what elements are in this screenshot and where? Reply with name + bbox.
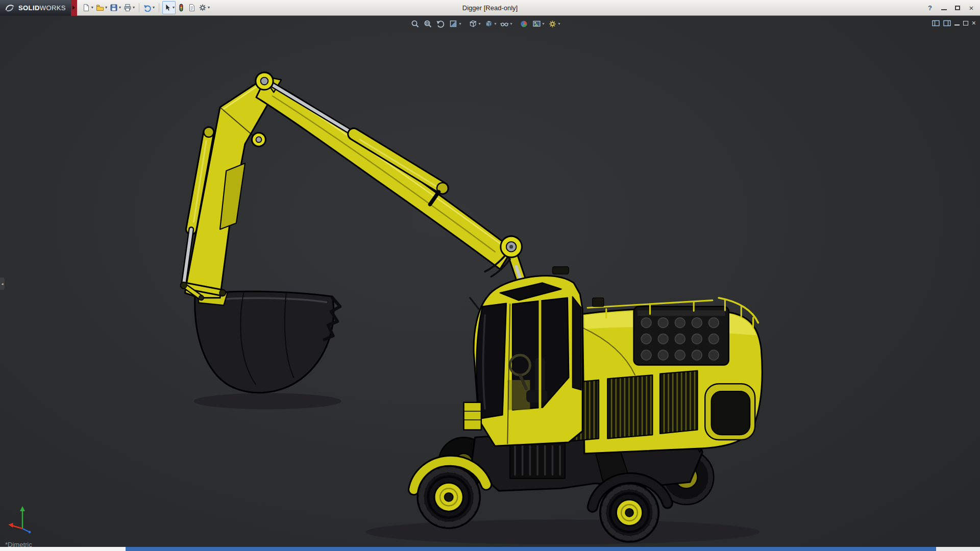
maximize-icon bbox=[955, 6, 960, 10]
wheel-front-right[interactable] bbox=[600, 483, 659, 542]
dropdown-caret[interactable]: ▾ bbox=[543, 22, 545, 26]
apply-scene-icon bbox=[532, 19, 542, 29]
section-view-icon bbox=[449, 19, 458, 29]
undo-icon bbox=[143, 4, 152, 12]
dropdown-caret[interactable]: ▾ bbox=[208, 6, 210, 10]
new-document-button[interactable]: ▾ bbox=[81, 1, 94, 14]
undo-button[interactable]: ▾ bbox=[142, 1, 156, 14]
brand-light: WORKS bbox=[40, 4, 66, 12]
document-restore-button[interactable] bbox=[963, 19, 968, 27]
new-document-icon bbox=[82, 4, 90, 12]
file-properties-button[interactable] bbox=[187, 1, 197, 14]
engine-housing[interactable] bbox=[557, 298, 762, 454]
section-view-button[interactable]: ▾ bbox=[447, 18, 462, 30]
cab-step bbox=[464, 403, 481, 430]
status-segment bbox=[0, 547, 126, 551]
print-icon bbox=[124, 4, 132, 12]
toolbar-separator bbox=[139, 3, 139, 12]
window-controls: ? × bbox=[924, 2, 980, 13]
save-icon bbox=[110, 4, 118, 12]
hide-show-items-button[interactable]: ▾ bbox=[499, 18, 514, 30]
print-button[interactable]: ▾ bbox=[122, 1, 136, 14]
minimize-button[interactable] bbox=[938, 2, 950, 13]
mirror-arm bbox=[470, 298, 479, 309]
dropdown-caret[interactable]: ▾ bbox=[119, 6, 121, 10]
previous-view-button[interactable] bbox=[434, 18, 447, 30]
main-boom[interactable] bbox=[256, 79, 512, 269]
hide-show-items-icon bbox=[500, 19, 509, 29]
rebuild-button[interactable] bbox=[176, 1, 186, 14]
dropdown-caret[interactable]: ▾ bbox=[133, 6, 135, 10]
display-style-button[interactable]: ▾ bbox=[483, 18, 498, 30]
edit-appearance-button[interactable] bbox=[518, 18, 530, 30]
pane-right-button[interactable] bbox=[943, 19, 951, 27]
view-orientation-button[interactable]: ▾ bbox=[467, 18, 482, 30]
model-canvas[interactable] bbox=[0, 16, 980, 547]
title-bar: SOLIDWORKS ▾ ▾ ▾ bbox=[0, 0, 980, 16]
triad-x-axis bbox=[12, 525, 22, 529]
zoom-to-fit-icon bbox=[410, 19, 420, 29]
side-vent bbox=[660, 371, 697, 434]
windshield bbox=[476, 304, 506, 419]
options-icon bbox=[199, 4, 207, 12]
dropdown-caret[interactable]: ▾ bbox=[153, 6, 155, 10]
previous-view-icon bbox=[436, 19, 445, 29]
dropdown-caret[interactable]: ▾ bbox=[510, 22, 512, 26]
document-window-controls: × bbox=[932, 19, 976, 27]
dropdown-caret[interactable]: ▾ bbox=[91, 6, 93, 10]
minimize-icon bbox=[941, 9, 947, 10]
close-button[interactable]: × bbox=[965, 2, 977, 13]
heads-up-toolbar: ▾ ▾ ▾ ▾ bbox=[409, 18, 561, 30]
select-button[interactable]: ▾ bbox=[162, 1, 176, 14]
apply-scene-button[interactable]: ▾ bbox=[531, 18, 546, 30]
view-settings-icon bbox=[548, 19, 557, 29]
engine-grille bbox=[634, 307, 729, 365]
rear-window bbox=[573, 296, 581, 390]
dropdown-caret[interactable]: ▾ bbox=[459, 22, 461, 26]
restore-icon bbox=[963, 21, 968, 26]
zoom-to-fit-button[interactable] bbox=[409, 18, 421, 30]
open-button[interactable]: ▾ bbox=[95, 1, 108, 14]
open-icon bbox=[96, 4, 104, 12]
pane-right-icon bbox=[943, 20, 951, 27]
solidworks-logo: SOLIDWORKS bbox=[0, 0, 71, 16]
wheel-front-left[interactable] bbox=[418, 466, 480, 528]
excavator-model[interactable] bbox=[181, 72, 762, 544]
brand-bold: SOLID bbox=[18, 4, 40, 12]
dropdown-caret[interactable]: ▾ bbox=[558, 22, 560, 26]
dropdown-caret[interactable]: ▾ bbox=[478, 22, 480, 26]
view-settings-button[interactable]: ▾ bbox=[547, 18, 562, 30]
zoom-to-area-button[interactable] bbox=[422, 18, 434, 30]
help-button[interactable]: ? bbox=[924, 2, 936, 13]
save-button[interactable]: ▾ bbox=[109, 1, 122, 14]
side-vent bbox=[607, 375, 652, 439]
bucket[interactable] bbox=[195, 290, 340, 393]
maximize-button[interactable] bbox=[951, 2, 964, 13]
dropdown-caret[interactable]: ▾ bbox=[105, 6, 107, 10]
pane-left-icon bbox=[932, 20, 940, 27]
featuremanager-collapse-tab[interactable]: ◂ bbox=[0, 278, 5, 290]
ground-shadow bbox=[365, 519, 759, 544]
select-icon bbox=[163, 4, 172, 12]
pane-left-button[interactable] bbox=[932, 19, 940, 27]
window-title: Digger [Read-only] bbox=[462, 4, 518, 12]
graphics-viewport[interactable]: ▾ ▾ ▾ ▾ bbox=[0, 16, 980, 547]
file-properties-icon bbox=[188, 4, 196, 12]
status-segment bbox=[936, 547, 980, 551]
rebuild-icon bbox=[177, 4, 185, 12]
bucket-shadow bbox=[194, 393, 341, 409]
menu-pin-icon[interactable] bbox=[71, 0, 77, 16]
orientation-triad bbox=[7, 502, 43, 534]
dropdown-caret[interactable]: ▾ bbox=[495, 22, 497, 26]
dropdown-caret[interactable]: ▾ bbox=[173, 6, 175, 10]
options-button[interactable]: ▾ bbox=[198, 1, 211, 14]
view-orientation-label: *Dimetric bbox=[5, 541, 32, 547]
edit-appearance-icon bbox=[520, 19, 529, 29]
main-toolbar: ▾ ▾ ▾ ▾ bbox=[77, 1, 211, 14]
cab[interactable] bbox=[464, 267, 583, 446]
minimize-icon bbox=[954, 24, 960, 26]
document-close-button[interactable]: × bbox=[972, 19, 976, 27]
document-minimize-button[interactable] bbox=[954, 19, 960, 27]
view-orientation-icon bbox=[468, 19, 477, 29]
zoom-to-area-icon bbox=[423, 19, 432, 29]
